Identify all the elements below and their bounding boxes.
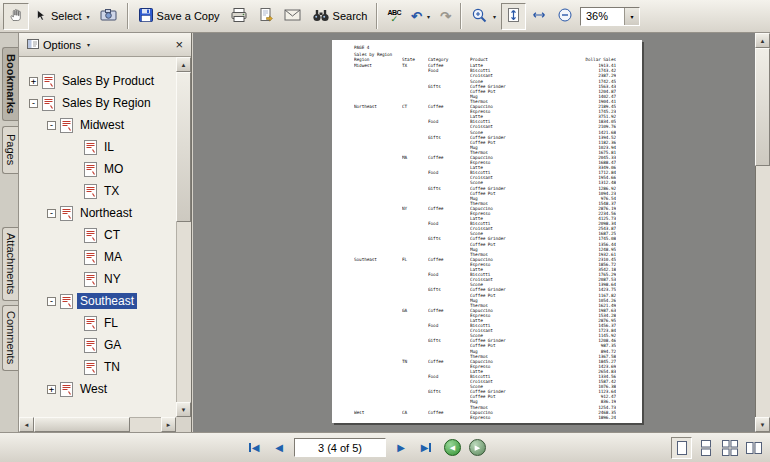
expander-icon[interactable]: -	[47, 297, 56, 306]
bookmark-item[interactable]: - Northeast	[19, 202, 176, 224]
single-page-view-button[interactable]	[671, 437, 692, 459]
bookmark-item[interactable]: TX	[19, 180, 176, 202]
zoom-level-combobox[interactable]: 36% ▾	[580, 7, 640, 26]
toolbar-separator	[127, 3, 129, 29]
scroll-up-icon[interactable]: ▲	[755, 33, 770, 48]
bookmark-item[interactable]: - Sales By Region	[19, 92, 176, 114]
continuous-view-button[interactable]	[695, 437, 716, 459]
scroll-right-icon[interactable]: ►	[161, 417, 176, 432]
undo-dropdown-icon[interactable]: ▾	[427, 13, 430, 20]
zoom-in-tool-button[interactable]: ▾	[466, 3, 501, 30]
camera-icon	[100, 7, 118, 25]
first-page-button[interactable]: ◀	[244, 437, 264, 458]
scroll-down-icon[interactable]: ▼	[755, 417, 770, 432]
document-area[interactable]: PAGE 4 Sales by Region Region State Cate…	[193, 33, 755, 432]
zoom-out-button[interactable]	[552, 3, 578, 30]
bookmark-item[interactable]: FL	[19, 312, 176, 334]
printer-icon	[230, 7, 248, 25]
export-document-button[interactable]	[253, 3, 279, 30]
save-a-copy-button[interactable]: Save a Copy	[133, 3, 225, 30]
tab-attachments[interactable]: Attachments	[2, 227, 18, 301]
bookmark-page-icon	[60, 382, 73, 397]
cell-dollar-sales: 1896.24	[558, 415, 616, 420]
zoom-tool-dropdown-icon[interactable]: ▾	[493, 13, 496, 20]
scrollbar-thumb[interactable]	[755, 48, 770, 166]
options-icon	[27, 38, 39, 52]
fit-page-button[interactable]	[501, 3, 526, 30]
bookmark-label: FL	[101, 315, 121, 331]
scroll-left-icon[interactable]: ◄	[19, 417, 34, 432]
scroll-up-icon[interactable]: ▲	[176, 57, 191, 72]
spellcheck-button[interactable]: ABC ✓	[382, 3, 406, 30]
previous-view-button[interactable]: ◀	[444, 439, 461, 456]
magnifier-plus-icon	[471, 7, 488, 25]
bookmark-label: TX	[101, 183, 122, 199]
hand-icon	[8, 7, 24, 25]
zoom-combo-dropdown-icon[interactable]: ▾	[624, 8, 639, 25]
tab-pages[interactable]: Pages	[2, 126, 18, 174]
expander-icon[interactable]: +	[29, 77, 38, 86]
scrollbar-thumb[interactable]	[176, 72, 191, 222]
report-page-number: PAGE 4	[354, 45, 636, 50]
bookmark-item[interactable]: IL	[19, 136, 176, 158]
search-button[interactable]: Search	[307, 3, 373, 30]
snapshot-tool-button[interactable]	[95, 3, 123, 30]
scrollbar-corner	[176, 417, 191, 432]
previous-page-button[interactable]: ◀	[269, 437, 289, 458]
bookmark-item[interactable]: TN	[19, 356, 176, 378]
toolbar-separator	[376, 3, 378, 29]
bookmark-label: Midwest	[77, 117, 127, 133]
expander-icon[interactable]: -	[29, 99, 38, 108]
bookmark-page-icon	[60, 206, 73, 221]
bookmark-item[interactable]: MO	[19, 158, 176, 180]
bookmarks-vertical-scrollbar[interactable]: ▲ ▼	[176, 57, 191, 417]
last-page-button[interactable]: ▶	[416, 437, 436, 458]
redo-button[interactable]: ↷	[435, 3, 456, 30]
fit-width-icon	[531, 8, 547, 24]
pdf-page[interactable]: PAGE 4 Sales by Region Region State Cate…	[332, 40, 642, 423]
zoom-level-value[interactable]: 36%	[581, 8, 624, 25]
select-tool-button[interactable]: Select ▾	[29, 3, 95, 30]
bookmark-item[interactable]: CT	[19, 224, 176, 246]
facing-view-button[interactable]	[743, 437, 764, 459]
status-bar: ◀ ◀ 3 (4 of 5) ▶ ▶ ◀ ▶	[0, 432, 770, 462]
expander-icon[interactable]: +	[47, 385, 56, 394]
tab-comments[interactable]: Comments	[2, 305, 18, 371]
expander-icon[interactable]: -	[47, 209, 56, 218]
expander-icon[interactable]: -	[47, 121, 56, 130]
bookmarks-horizontal-scrollbar[interactable]: ◄ ►	[19, 417, 176, 432]
select-dropdown-icon[interactable]: ▾	[87, 13, 90, 20]
scrollbar-thumb[interactable]	[34, 417, 130, 432]
undo-button[interactable]: ↶ ▾	[406, 3, 435, 30]
options-button[interactable]: Options ▾	[24, 37, 93, 53]
bookmark-label: CT	[101, 227, 123, 243]
bookmark-item[interactable]: GA	[19, 334, 176, 356]
document-vertical-scrollbar[interactable]: ▲ ▼	[755, 33, 770, 432]
bookmark-label: MO	[101, 161, 126, 177]
bookmark-item[interactable]: - Midwest	[19, 114, 176, 136]
bookmark-item[interactable]: MA	[19, 246, 176, 268]
bookmark-page-icon	[84, 228, 97, 243]
page-number-field[interactable]: 3 (4 of 5)	[294, 438, 386, 457]
floppy-disk-icon	[138, 7, 154, 25]
fit-width-button[interactable]	[526, 3, 552, 30]
continuous-facing-view-button[interactable]	[719, 437, 740, 459]
bookmark-label: GA	[101, 337, 124, 353]
bookmark-item[interactable]: + Sales By Product	[19, 70, 176, 92]
print-button[interactable]	[225, 3, 253, 30]
bookmark-item[interactable]: - Southeast	[19, 290, 176, 312]
email-button[interactable]	[279, 3, 307, 30]
bookmark-item[interactable]: + West	[19, 378, 176, 400]
next-view-button[interactable]: ▶	[469, 439, 486, 456]
previous-view-icon: ◀	[450, 444, 455, 452]
nav-tab-rail: Bookmarks Pages Attachments Comments	[0, 33, 19, 432]
scroll-down-icon[interactable]: ▼	[176, 402, 191, 417]
bookmark-label: Southeast	[77, 293, 137, 309]
hand-tool-button[interactable]	[3, 3, 29, 30]
close-panel-button[interactable]: ×	[172, 38, 186, 51]
bookmarks-tree: + Sales By Product - Sales By Region -	[19, 57, 176, 417]
tab-bookmarks[interactable]: Bookmarks	[2, 47, 18, 121]
bookmark-item[interactable]: NY	[19, 268, 176, 290]
options-dropdown-icon: ▾	[87, 41, 90, 48]
next-page-button[interactable]: ▶	[391, 437, 411, 458]
